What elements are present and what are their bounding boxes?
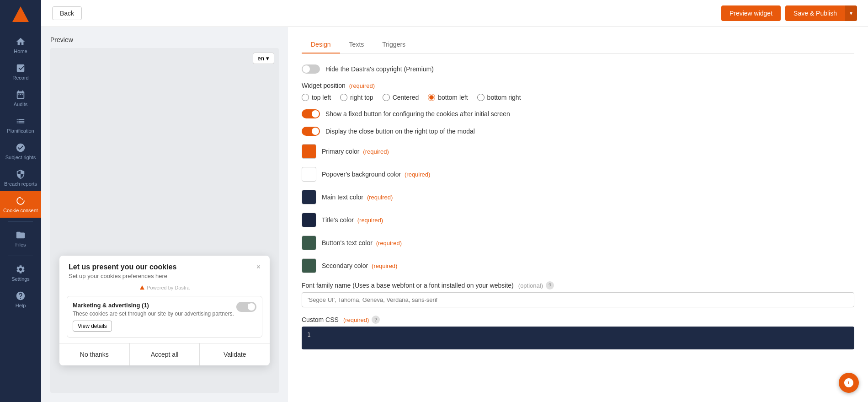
position-top-right-label: right top xyxy=(350,94,373,101)
sidebar-item-record[interactable]: Record xyxy=(0,59,41,85)
topbar-right: Preview widget Save & Publish ▾ xyxy=(721,5,857,21)
sidebar-divider xyxy=(8,221,33,222)
fixed-button-toggle[interactable] xyxy=(302,109,320,118)
topbar-left: Back xyxy=(52,6,82,20)
preview-label: Preview xyxy=(50,36,279,43)
cookie-section-title: Marketing & advertising (1) xyxy=(73,302,234,309)
widget-position-title: Widget position (required) xyxy=(302,82,854,89)
title-color-row: Title's color (required) xyxy=(302,213,854,227)
sidebar-item-breach-reports[interactable]: Breach reports xyxy=(0,165,41,191)
main-text-color-row: Main text color (required) xyxy=(302,190,854,204)
sidebar-item-subject-rights[interactable]: Subject rights xyxy=(0,138,41,165)
cookie-modal-close-button[interactable]: × xyxy=(256,263,261,271)
sidebar-item-label: Files xyxy=(15,242,26,247)
font-family-help-icon[interactable]: ? xyxy=(546,281,554,289)
svg-marker-1 xyxy=(140,285,144,289)
cookie-section-toggle[interactable]: No xyxy=(236,302,256,312)
sidebar-item-files[interactable]: Files xyxy=(0,225,41,252)
secondary-color-row: Secondary color (required) xyxy=(302,258,854,273)
preview-widget-button[interactable]: Preview widget xyxy=(721,5,781,21)
sidebar-item-help[interactable]: Help xyxy=(0,286,41,313)
position-top-left-radio[interactable] xyxy=(302,94,309,101)
position-bottom-left-radio[interactable] xyxy=(428,94,435,101)
widget-position-radio-group: top left right top Centered bottom left xyxy=(302,94,854,101)
save-publish-button[interactable]: Save & Publish xyxy=(785,5,845,21)
tab-design[interactable]: Design xyxy=(302,36,340,54)
position-bottom-right-label: bottom right xyxy=(487,94,521,101)
view-details-button[interactable]: View details xyxy=(73,321,112,332)
lang-arrow: ▾ xyxy=(266,55,269,62)
fixed-button-row: Show a fixed button for configuring the … xyxy=(302,109,854,118)
cookie-section-marketing: Marketing & advertising (1) These cookie… xyxy=(67,296,262,338)
popover-bg-color-required: (required) xyxy=(405,171,430,178)
position-centered[interactable]: Centered xyxy=(383,94,419,101)
button-text-color-swatch[interactable] xyxy=(302,236,316,250)
topbar: Back Preview widget Save & Publish ▾ xyxy=(41,0,868,27)
sidebar-item-label: Audits xyxy=(14,102,28,107)
sidebar-logo[interactable] xyxy=(11,5,31,27)
copyright-label: Hide the Dastra's copyright (Premium) xyxy=(325,65,434,73)
cookie-modal-subtitle: Set up your cookies preferences here xyxy=(69,273,177,279)
position-bottom-left[interactable]: bottom left xyxy=(428,94,468,101)
fixed-button-label: Show a fixed button for configuring the … xyxy=(325,110,510,118)
preview-box: en ▾ Let us present you our cookies Set … xyxy=(50,48,279,393)
close-button-row: Display the close button on the right to… xyxy=(302,127,854,136)
position-top-left[interactable]: top left xyxy=(302,94,331,101)
widget-position-label: Widget position xyxy=(302,82,346,89)
tab-texts[interactable]: Texts xyxy=(340,36,373,54)
sidebar-item-planification[interactable]: Planification xyxy=(0,112,41,138)
cookie-section-desc: These cookies are set through our site b… xyxy=(73,311,234,317)
cookie-powered-by: Powered by Dastra xyxy=(59,283,270,292)
font-family-group: Font family name (Uses a base webfont or… xyxy=(302,281,854,307)
validate-button[interactable]: Validate xyxy=(200,343,270,365)
cookie-section-text: Marketing & advertising (1) These cookie… xyxy=(73,302,234,317)
position-top-right-radio[interactable] xyxy=(340,94,347,101)
popover-bg-color-swatch[interactable] xyxy=(302,167,316,182)
no-thanks-button[interactable]: No thanks xyxy=(59,343,130,365)
button-text-color-required: (required) xyxy=(376,240,402,247)
font-family-input[interactable] xyxy=(302,292,854,307)
main-text-color-swatch[interactable] xyxy=(302,190,316,204)
sidebar-item-settings[interactable]: Settings xyxy=(0,260,41,286)
button-text-color-row: Button's text color (required) xyxy=(302,236,854,250)
button-text-color-label: Button's text color (required) xyxy=(322,239,402,247)
main-text-color-label: Main text color (required) xyxy=(322,193,393,201)
position-bottom-right[interactable]: bottom right xyxy=(477,94,521,101)
popover-bg-color-label-text: Popover's background color xyxy=(322,171,401,178)
lang-value: en xyxy=(258,55,264,62)
primary-color-label-text: Primary color xyxy=(322,148,359,155)
primary-color-label: Primary color (required) xyxy=(322,148,389,155)
custom-css-group: Custom CSS (required) ? 1 xyxy=(302,316,854,349)
svg-marker-0 xyxy=(12,6,29,22)
sidebar-item-label: Help xyxy=(16,303,26,308)
title-color-label-text: Title's color xyxy=(322,216,354,224)
position-centered-radio[interactable] xyxy=(383,94,390,101)
back-button[interactable]: Back xyxy=(52,6,82,20)
css-line-number: 1 xyxy=(307,331,311,338)
accept-all-button[interactable]: Accept all xyxy=(130,343,200,365)
tab-triggers[interactable]: Triggers xyxy=(373,36,415,54)
title-color-swatch[interactable] xyxy=(302,213,316,227)
primary-color-swatch[interactable] xyxy=(302,144,316,159)
secondary-color-label-text: Secondary color xyxy=(322,262,368,269)
custom-css-editor[interactable]: 1 xyxy=(302,327,854,349)
preview-panel: Preview en ▾ Let us present you our cook… xyxy=(41,27,288,402)
secondary-color-swatch[interactable] xyxy=(302,258,316,273)
sidebar-item-label: Home xyxy=(14,48,27,54)
font-family-optional: (optional) xyxy=(518,282,543,289)
help-fab[interactable] xyxy=(839,373,859,393)
position-bottom-right-radio[interactable] xyxy=(477,94,485,101)
sidebar-item-audits[interactable]: Audits xyxy=(0,85,41,112)
position-centered-label: Centered xyxy=(393,94,419,101)
position-top-right[interactable]: right top xyxy=(340,94,373,101)
lang-selector[interactable]: en ▾ xyxy=(253,53,274,64)
sidebar-item-cookie-consent[interactable]: Cookie consent xyxy=(0,191,41,218)
sidebar-item-label: Subject rights xyxy=(5,155,36,160)
custom-css-help-icon[interactable]: ? xyxy=(372,316,380,324)
sidebar-item-home[interactable]: Home xyxy=(0,32,41,59)
copyright-toggle[interactable] xyxy=(302,64,320,74)
publish-dropdown-arrow[interactable]: ▾ xyxy=(845,5,857,21)
close-button-toggle[interactable] xyxy=(302,127,320,136)
cookie-modal-title: Let us present you our cookies xyxy=(69,263,177,271)
cookie-footer: No thanks Accept all Validate xyxy=(59,343,270,365)
